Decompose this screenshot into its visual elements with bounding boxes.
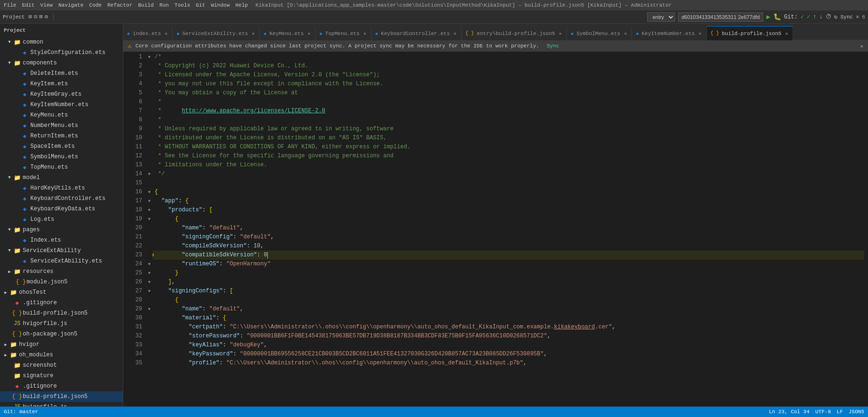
sidebar-item-ohostest[interactable]: ▶ 📁 ohosTest bbox=[0, 287, 123, 298]
history-icon[interactable]: ⏱ bbox=[826, 13, 831, 20]
tab-keymenu[interactable]: ◆ KeyMenu.ets ✕ bbox=[260, 26, 316, 40]
menu-bar[interactable]: File Edit View Navigate Code Refactor Bu… bbox=[4, 2, 248, 8]
sidebar-item-modulejson5[interactable]: { } module.json5 bbox=[0, 277, 123, 287]
sidebar-item-topmenu[interactable]: ◆ TopMenu.ets bbox=[0, 162, 123, 172]
menu-build[interactable]: Build bbox=[138, 2, 154, 8]
tab-index-ets[interactable]: ◆ index.ets ✕ bbox=[123, 26, 173, 40]
sync-action-button[interactable]: Sync bbox=[547, 43, 559, 49]
tab-close-icon[interactable]: ✕ bbox=[307, 30, 311, 37]
fold-16[interactable]: ▼ bbox=[146, 188, 153, 197]
notif-close-icon[interactable]: ✕ bbox=[860, 43, 863, 49]
sidebar-item-numbermenu[interactable]: ◆ NumberMenu.ets bbox=[0, 120, 123, 131]
checkmark2-icon[interactable]: ✓ bbox=[807, 13, 810, 20]
sidebar-item-ohmodules[interactable]: ▶ 📁 oh_modules bbox=[0, 350, 123, 360]
run-icon[interactable]: ▶ bbox=[766, 13, 770, 21]
sidebar-item-hardkeyutils[interactable]: ◆ HardKeyUtils.ets bbox=[0, 183, 123, 193]
toolbar-icon-expand[interactable]: ⊠ bbox=[39, 13, 43, 20]
sidebar-item-components[interactable]: ▼ 📁 components bbox=[0, 58, 123, 68]
sidebar-item-styleconfig[interactable]: ◆ StyleConfiguration.ets bbox=[0, 47, 123, 58]
tab-close-icon[interactable]: ✕ bbox=[363, 30, 367, 37]
toolbar-icon-settings[interactable]: ⚙ bbox=[45, 13, 48, 20]
sidebar-item-buildprofile-root[interactable]: { } build-profile.json5 bbox=[0, 391, 123, 402]
sidebar-item-symbolmenu[interactable]: ◆ SymbolMenu.ets bbox=[0, 152, 123, 162]
code-editor[interactable]: 12345 678910 1112131415 1617181920 21222… bbox=[123, 52, 868, 407]
sidebar-label: components bbox=[23, 60, 57, 66]
tab-close-icon[interactable]: ✕ bbox=[453, 30, 457, 37]
close-icon[interactable]: ✕ bbox=[856, 13, 859, 20]
menu-run[interactable]: Run bbox=[159, 2, 169, 8]
fold-26[interactable]: ▼ bbox=[146, 269, 153, 278]
tab-buildprofile[interactable]: { } build-profile.json5 ✕ bbox=[707, 26, 793, 40]
tab-close-icon[interactable]: ✕ bbox=[623, 30, 628, 37]
tab-entry-buildprofile[interactable]: { } entry\build-profile.json5 ✕ bbox=[462, 26, 567, 40]
tab-close-icon[interactable]: ✕ bbox=[164, 30, 168, 37]
arrow-up-icon[interactable]: ↑ bbox=[813, 14, 816, 20]
fold-14[interactable]: ▼ bbox=[146, 170, 153, 179]
sidebar-item-hvigor[interactable]: ▶ 📁 hvigor bbox=[0, 339, 123, 350]
menu-code[interactable]: Code bbox=[89, 2, 101, 8]
sidebar-item-keyboardcontroller[interactable]: ◆ KeyboardController.ets bbox=[0, 193, 123, 204]
menu-refactor[interactable]: Refactor bbox=[107, 2, 132, 8]
menu-file[interactable]: File bbox=[4, 2, 16, 8]
sidebar-item-buildprofile-entry[interactable]: { } build-profile.json5 bbox=[0, 308, 123, 318]
sidebar-item-keyitemgray[interactable]: ◆ KeyItemGray.ets bbox=[0, 89, 123, 100]
sidebar-item-keyboardkeydata[interactable]: ◆ KeyboardKeyData.ets bbox=[0, 204, 123, 214]
sidebar-item-resources[interactable]: ▶ 📁 resources bbox=[0, 266, 123, 277]
fold-1[interactable]: ▼ bbox=[146, 53, 153, 62]
code-line-14: */ bbox=[153, 170, 864, 179]
tab-keyitemnumber[interactable]: ◆ KeyItemNumber.ets ✕ bbox=[632, 26, 706, 40]
entry-dropdown[interactable]: entry bbox=[647, 12, 675, 22]
sidebar-item-spaceitem[interactable]: ◆ SpaceItem.ets bbox=[0, 141, 123, 152]
toolbar-icon-align[interactable]: ⊞ bbox=[28, 13, 32, 20]
debug-icon[interactable]: 🐛 bbox=[773, 13, 781, 21]
tab-topmenu[interactable]: ◆ TopMenu.ets ✕ bbox=[316, 26, 372, 40]
menu-navigate[interactable]: Navigate bbox=[58, 2, 83, 8]
fold-27[interactable]: ▼ bbox=[146, 278, 153, 287]
tab-close-icon[interactable]: ✕ bbox=[698, 30, 703, 37]
sidebar-item-returnitem[interactable]: ◆ ReturnItem.ets bbox=[0, 131, 123, 141]
sidebar-item-keyitemnumber[interactable]: ◆ KeyItemNumber.ets bbox=[0, 100, 123, 110]
sidebar-item-indexets[interactable]: ◆ Index.ets bbox=[0, 235, 123, 245]
fold-28[interactable]: ▼ bbox=[146, 287, 153, 296]
sidebar-item-serviceextability-file[interactable]: ◆ ServiceExtAbility.ets bbox=[0, 256, 123, 266]
sidebar-item-gitignore1[interactable]: ◆ .gitignore bbox=[0, 298, 123, 308]
menu-help[interactable]: Help bbox=[236, 2, 248, 8]
menu-edit[interactable]: Edit bbox=[22, 2, 34, 8]
menu-window[interactable]: Window bbox=[211, 2, 230, 8]
code-content[interactable]: /* * Copyright (c) 2022 Huawei Device Co… bbox=[153, 52, 864, 407]
sidebar-item-hvigorfile-entry[interactable]: JS hvigorfile.js bbox=[0, 318, 123, 329]
tab-close-icon[interactable]: ✕ bbox=[251, 30, 256, 37]
tab-close-icon[interactable]: ✕ bbox=[784, 30, 789, 37]
menu-view[interactable]: View bbox=[40, 2, 53, 8]
toolbar-icon-collapse[interactable]: ⊟ bbox=[34, 13, 37, 20]
commit-hash-input[interactable] bbox=[678, 12, 763, 22]
tab-symbolmenu[interactable]: ◆ SymbolMenu.ets ✕ bbox=[567, 26, 632, 40]
tab-keyboardcontroller[interactable]: ◆ KeyboardController.ets ✕ bbox=[372, 26, 462, 40]
sidebar-item-deleteitem[interactable]: ◆ DeleteItem.ets bbox=[0, 68, 123, 79]
sync-button[interactable]: Sync bbox=[841, 14, 853, 20]
fold-18[interactable]: ▼ bbox=[146, 206, 153, 215]
sidebar-item-hvigorfile-root[interactable]: JS hvigorfile.js bbox=[0, 402, 123, 407]
sidebar-item-ohpackage-entry[interactable]: { } oh-package.json5 bbox=[0, 329, 123, 339]
sidebar-item-pages[interactable]: ▼ 📁 pages bbox=[0, 225, 123, 235]
checkmark-icon[interactable]: ✓ bbox=[801, 13, 804, 20]
sidebar-item-signature[interactable]: 📁 signature bbox=[0, 371, 123, 381]
fold-25[interactable]: ▼ bbox=[146, 260, 153, 269]
tab-close-icon[interactable]: ✕ bbox=[558, 30, 563, 37]
sidebar-item-model[interactable]: ▼ 📁 model bbox=[0, 172, 123, 183]
sidebar-item-keyitem[interactable]: ◆ KeyItem.ets bbox=[0, 79, 123, 89]
sidebar-item-screenshot[interactable]: 📁 screenshot bbox=[0, 360, 123, 371]
sidebar-item-serviceextability[interactable]: ▼ 📁 ServiceExtAbility bbox=[0, 245, 123, 256]
menu-git[interactable]: Git bbox=[196, 2, 205, 8]
fold-19[interactable]: ▼ bbox=[146, 215, 153, 224]
fold-30[interactable]: ▼ bbox=[146, 305, 153, 314]
tab-serviceextability[interactable]: ◆ ServiceExtAbility.ets ✕ bbox=[173, 26, 260, 40]
sidebar-item-gitignore2[interactable]: ◆ .gitignore bbox=[0, 381, 123, 391]
menu-tools[interactable]: Tools bbox=[174, 2, 190, 8]
arrow-down-icon[interactable]: ↓ bbox=[819, 14, 822, 20]
refresh-icon[interactable]: ↻ bbox=[834, 13, 838, 20]
sidebar-item-log[interactable]: ◆ Log.ets bbox=[0, 214, 123, 225]
fold-17[interactable]: ▼ bbox=[146, 197, 153, 206]
sidebar-item-common[interactable]: ▼ 📁 common bbox=[0, 37, 123, 47]
sidebar-item-keymenu[interactable]: ◆ KeyMenu.ets bbox=[0, 110, 123, 120]
